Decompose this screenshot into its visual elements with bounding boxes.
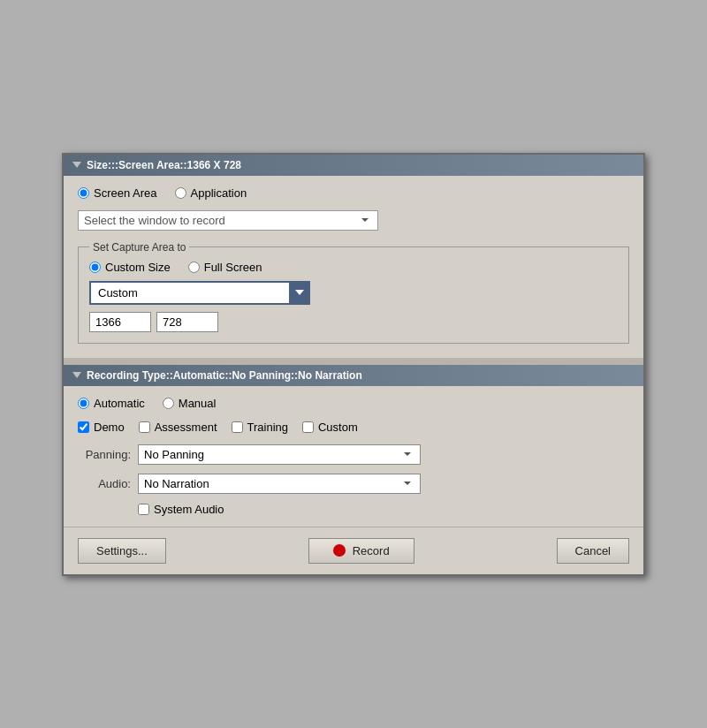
automatic-label: Automatic xyxy=(94,397,145,410)
record-label: Record xyxy=(353,544,390,557)
recording-section-body: Automatic Manual Demo Assessment Trainin… xyxy=(64,386,643,527)
assessment-checkbox[interactable] xyxy=(139,421,150,433)
custom-checkbox[interactable] xyxy=(302,421,314,433)
capture-area-legend: Set Capture Area to xyxy=(89,241,189,254)
source-radio-group: Screen Area Application xyxy=(78,186,629,200)
audio-row: Audio: No Narration Narrate to Script Re… xyxy=(78,474,629,494)
dialog-footer: Settings... Record Cancel xyxy=(64,527,643,574)
demo-checkbox[interactable] xyxy=(78,421,89,433)
full-screen-option[interactable]: Full Screen xyxy=(188,261,262,274)
main-dialog: Size:::Screen Area::1366 X 728 Screen Ar… xyxy=(62,153,645,576)
full-screen-label: Full Screen xyxy=(204,261,262,274)
window-select[interactable]: Select the window to record xyxy=(78,210,378,231)
audio-label: Audio: xyxy=(78,477,131,490)
custom-size-radio[interactable] xyxy=(89,262,101,273)
automatic-option[interactable]: Automatic xyxy=(78,397,145,410)
record-dot-icon xyxy=(333,544,346,557)
recording-section-title: Recording Type::Automatic::No Panning::N… xyxy=(87,369,362,382)
demo-label: Demo xyxy=(94,421,125,434)
training-checkbox[interactable] xyxy=(232,421,243,433)
manual-option[interactable]: Manual xyxy=(163,397,217,410)
application-radio[interactable] xyxy=(175,187,186,199)
system-audio-row: System Audio xyxy=(138,503,629,516)
height-input[interactable] xyxy=(156,312,218,332)
screen-area-label: Screen Area xyxy=(94,186,157,200)
custom-size-option[interactable]: Custom Size xyxy=(89,261,171,274)
checkbox-row: Demo Assessment Training Custom xyxy=(78,421,629,434)
capture-area-fieldset: Set Capture Area to Custom Size Full Scr… xyxy=(78,241,629,344)
screen-area-option[interactable]: Screen Area xyxy=(78,186,157,200)
cancel-button[interactable]: Cancel xyxy=(557,538,629,564)
settings-button[interactable]: Settings... xyxy=(78,538,166,564)
assessment-label: Assessment xyxy=(155,421,217,434)
custom-preset-container: Custom 1366 x 768 1280 x 720 1024 x 768 … xyxy=(89,281,310,305)
training-label: Training xyxy=(247,421,288,434)
custom-size-label: Custom Size xyxy=(105,261,171,274)
system-audio-item[interactable]: System Audio xyxy=(138,503,224,516)
system-audio-checkbox[interactable] xyxy=(138,504,149,515)
record-button[interactable]: Record xyxy=(308,538,414,564)
width-input[interactable] xyxy=(89,312,151,332)
size-section-body: Screen Area Application Select the windo… xyxy=(64,176,643,358)
system-audio-label: System Audio xyxy=(154,503,224,516)
custom-label: Custom xyxy=(318,421,358,434)
recording-section-header: Recording Type::Automatic::No Panning::N… xyxy=(64,365,643,386)
panning-select[interactable]: No Panning Automatic Panning Manual Pann… xyxy=(138,444,421,465)
size-section-title: Size:::Screen Area::1366 X 728 xyxy=(87,159,241,171)
full-screen-radio[interactable] xyxy=(188,262,200,273)
assessment-checkbox-item[interactable]: Assessment xyxy=(139,421,217,434)
dimension-row xyxy=(89,312,618,332)
application-label: Application xyxy=(191,186,247,200)
automatic-radio[interactable] xyxy=(78,398,89,409)
demo-checkbox-item[interactable]: Demo xyxy=(78,421,125,434)
recording-section-triangle xyxy=(72,372,81,378)
mode-radio-group: Automatic Manual xyxy=(78,397,629,410)
section-separator xyxy=(64,358,643,365)
manual-label: Manual xyxy=(179,397,217,410)
panning-row: Panning: No Panning Automatic Panning Ma… xyxy=(78,444,629,465)
application-option[interactable]: Application xyxy=(175,186,247,200)
training-checkbox-item[interactable]: Training xyxy=(232,421,288,434)
panning-label: Panning: xyxy=(78,448,131,461)
window-select-container: Select the window to record xyxy=(78,210,629,231)
manual-radio[interactable] xyxy=(163,398,174,409)
screen-area-radio[interactable] xyxy=(78,187,89,199)
capture-size-radio-group: Custom Size Full Screen xyxy=(89,261,618,274)
size-section-triangle xyxy=(72,162,81,168)
size-section-header: Size:::Screen Area::1366 X 728 xyxy=(64,155,643,176)
audio-select[interactable]: No Narration Narrate to Script Record Au… xyxy=(138,474,421,494)
custom-preset-select[interactable]: Custom 1366 x 768 1280 x 720 1024 x 768 … xyxy=(89,281,310,305)
custom-checkbox-item[interactable]: Custom xyxy=(302,421,358,434)
